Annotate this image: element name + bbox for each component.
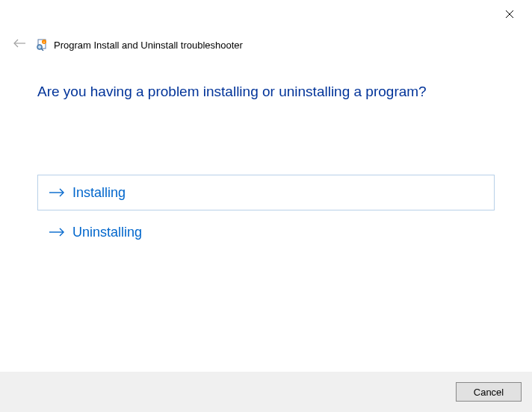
footer-bar: Cancel: [0, 372, 532, 412]
question-heading: Are you having a problem installing or u…: [37, 84, 495, 100]
option-uninstalling[interactable]: Uninstalling: [37, 214, 495, 250]
option-installing[interactable]: Installing: [37, 175, 495, 210]
header-bar: Program Install and Uninstall troublesho…: [0, 0, 532, 54]
troubleshooter-app-icon: [36, 39, 48, 51]
option-label: Uninstalling: [72, 225, 142, 240]
arrow-right-icon: [49, 227, 65, 237]
svg-point-6: [38, 46, 41, 49]
svg-line-5: [42, 49, 44, 52]
main-content: Are you having a problem installing or u…: [0, 54, 532, 250]
cancel-button[interactable]: Cancel: [456, 382, 522, 402]
back-button: [10, 36, 28, 54]
close-icon: [505, 8, 514, 22]
arrow-left-icon: [13, 38, 26, 52]
close-button[interactable]: [501, 6, 519, 24]
arrow-right-icon: [49, 187, 65, 198]
option-label: Installing: [72, 185, 126, 201]
window-title: Program Install and Uninstall troublesho…: [54, 40, 243, 51]
